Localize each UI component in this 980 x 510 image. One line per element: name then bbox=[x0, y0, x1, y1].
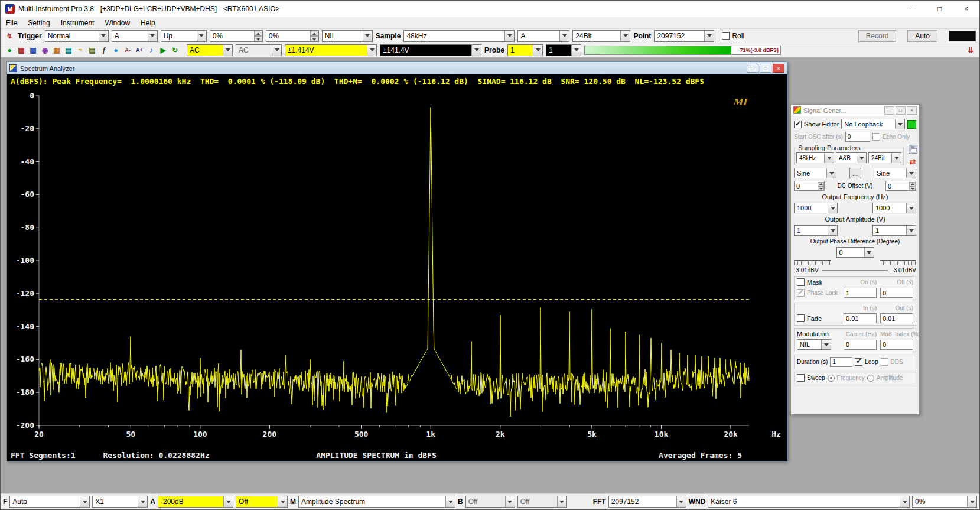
spin-up-icon[interactable] bbox=[818, 182, 824, 186]
persistence-b-select[interactable]: Off bbox=[517, 496, 567, 508]
checkbox-box[interactable] bbox=[794, 121, 802, 128]
roll-checkbox[interactable]: Roll bbox=[722, 32, 744, 40]
coupling-a-select[interactable]: AC bbox=[187, 44, 233, 56]
menu-setting[interactable]: Setting bbox=[22, 18, 55, 28]
multimeter-icon[interactable]: ◉ bbox=[40, 45, 50, 56]
bit-depth-select[interactable]: 24Bit bbox=[572, 30, 630, 42]
menu-file[interactable]: File bbox=[1, 18, 22, 28]
chevron-down-icon[interactable] bbox=[900, 496, 909, 507]
chevron-down-icon[interactable] bbox=[559, 31, 569, 41]
chevron-down-icon[interactable] bbox=[197, 31, 206, 41]
chevron-down-icon[interactable] bbox=[676, 496, 686, 507]
radio-circle[interactable] bbox=[867, 375, 874, 382]
fade-checkbox[interactable]: Fade bbox=[797, 314, 840, 322]
persistence-a-select[interactable]: Off bbox=[236, 496, 288, 508]
fade-in-input[interactable]: 0.01 bbox=[844, 313, 877, 323]
chevron-down-icon[interactable] bbox=[505, 496, 515, 507]
sweep-amplitude-radio[interactable]: Amplitude bbox=[867, 375, 903, 382]
freq-axis-mode-select[interactable]: Auto bbox=[9, 496, 90, 508]
start-osc-input[interactable]: 0 bbox=[845, 132, 870, 142]
checkbox-box[interactable] bbox=[797, 314, 805, 322]
device-test-plan-icon[interactable]: ▤ bbox=[87, 45, 97, 56]
amplitude-a-select[interactable]: 1 bbox=[794, 225, 838, 236]
view-mode-select[interactable]: Amplitude Spectrum bbox=[298, 496, 455, 508]
fft-size-select[interactable]: 2097152 bbox=[608, 496, 686, 508]
chevron-down-icon[interactable] bbox=[824, 153, 834, 163]
chevron-down-icon[interactable] bbox=[363, 31, 372, 41]
chevron-down-icon[interactable] bbox=[895, 119, 904, 129]
derived-data-point-icon[interactable]: ƒ bbox=[99, 45, 109, 56]
sg-maximize-button[interactable]: □ bbox=[896, 106, 906, 115]
chevron-down-icon[interactable] bbox=[367, 45, 376, 56]
sg-channels-select[interactable]: A&B bbox=[836, 152, 867, 163]
range-b-display-select[interactable]: Off bbox=[465, 496, 515, 508]
chevron-down-icon[interactable] bbox=[138, 496, 147, 507]
data-logger-icon[interactable]: ▤ bbox=[63, 45, 74, 56]
mask-off-input[interactable]: 0 bbox=[880, 288, 913, 298]
chevron-down-icon[interactable] bbox=[533, 45, 542, 56]
checkbox-box[interactable] bbox=[722, 32, 730, 40]
trigger-mode-select[interactable]: Normal bbox=[45, 30, 109, 42]
spin-up-icon[interactable] bbox=[909, 182, 916, 186]
save-icon[interactable] bbox=[909, 145, 917, 154]
radio-circle[interactable] bbox=[828, 375, 835, 382]
phase-difference-select[interactable]: 0 bbox=[836, 247, 874, 258]
menu-instrument[interactable]: Instrument bbox=[56, 18, 100, 28]
chevron-down-icon[interactable] bbox=[857, 153, 866, 163]
chevron-down-icon[interactable] bbox=[967, 496, 976, 507]
run-icon[interactable]: ● bbox=[4, 45, 15, 56]
sg-minimize-button[interactable]: — bbox=[884, 106, 894, 115]
trigger-level-spinner[interactable]: 0% bbox=[210, 30, 263, 42]
checkbox-box[interactable] bbox=[797, 278, 805, 286]
oscilloscope-icon[interactable]: ▦ bbox=[16, 45, 27, 56]
auto-button[interactable]: Auto bbox=[907, 30, 937, 42]
spectrum-3d-plot-icon[interactable]: ▦ bbox=[51, 45, 62, 56]
spin-down-icon[interactable] bbox=[310, 36, 318, 41]
chevron-down-icon[interactable] bbox=[471, 45, 481, 56]
waveform-more-button[interactable]: ... bbox=[849, 168, 861, 178]
spin-down-icon[interactable] bbox=[818, 186, 824, 190]
font-increase-icon[interactable]: A+ bbox=[134, 45, 145, 56]
child-restore-button[interactable]: □ bbox=[760, 64, 771, 73]
trigger-icon[interactable]: ↯ bbox=[4, 31, 15, 41]
trigger-edge-select[interactable]: Up bbox=[161, 30, 207, 42]
child-close-button[interactable]: × bbox=[773, 64, 784, 73]
record-button[interactable]: Record bbox=[858, 30, 897, 42]
trigger-filter-select[interactable]: NIL bbox=[322, 30, 373, 42]
chevron-down-icon[interactable] bbox=[272, 45, 281, 56]
chevron-down-icon[interactable] bbox=[504, 31, 514, 41]
coupling-b-select[interactable]: AC bbox=[236, 44, 282, 56]
carrier-input[interactable]: 0 bbox=[844, 340, 877, 350]
zoom-select[interactable]: X1 bbox=[92, 496, 148, 508]
range-a-display-select[interactable]: -200dB bbox=[158, 496, 233, 508]
level-slider-a[interactable] bbox=[794, 260, 831, 265]
spin-up-icon[interactable] bbox=[254, 31, 262, 36]
mask-checkbox[interactable]: Mask bbox=[797, 278, 840, 286]
spectrum-window-titlebar[interactable]: Spectrum Analyzer — □ × bbox=[7, 62, 787, 74]
close-button[interactable]: × bbox=[953, 1, 979, 17]
chevron-down-icon[interactable] bbox=[445, 496, 455, 507]
chevron-down-icon[interactable] bbox=[906, 168, 916, 178]
amplitude-b-select[interactable]: 1 bbox=[872, 225, 916, 236]
chevron-down-icon[interactable] bbox=[557, 496, 566, 507]
chevron-down-icon[interactable] bbox=[620, 31, 630, 41]
spectrum-plot[interactable]: 0-20-40-60-80-100-120-140-160-180-200205… bbox=[8, 87, 786, 449]
show-editor-checkbox[interactable]: Show Editor bbox=[794, 121, 839, 128]
loopback-select[interactable]: No Loopback bbox=[841, 119, 905, 129]
dc-offset-b-input[interactable]: 0 bbox=[885, 181, 916, 191]
minimize-button[interactable]: — bbox=[900, 1, 926, 17]
checkbox-box[interactable] bbox=[881, 358, 888, 366]
phase-lock-checkbox[interactable]: Phase Lock bbox=[797, 289, 840, 297]
sample-channel-select[interactable]: A bbox=[517, 30, 569, 42]
chevron-down-icon[interactable] bbox=[826, 168, 836, 178]
chevron-down-icon[interactable] bbox=[906, 203, 916, 213]
chevron-down-icon[interactable] bbox=[223, 45, 232, 56]
waveform-b-select[interactable]: Sine bbox=[874, 168, 916, 178]
background-color-swatch[interactable] bbox=[949, 31, 976, 41]
spectrum-analyzer-icon[interactable]: ▦ bbox=[28, 45, 38, 56]
frequency-a-select[interactable]: 1000 bbox=[794, 203, 838, 213]
chevron-down-icon[interactable] bbox=[821, 340, 831, 349]
sweep-checkbox[interactable]: Sweep bbox=[797, 374, 825, 382]
play-icon[interactable]: ▶ bbox=[158, 45, 168, 56]
sg-sample-rate-select[interactable]: 48kHz bbox=[796, 152, 834, 163]
